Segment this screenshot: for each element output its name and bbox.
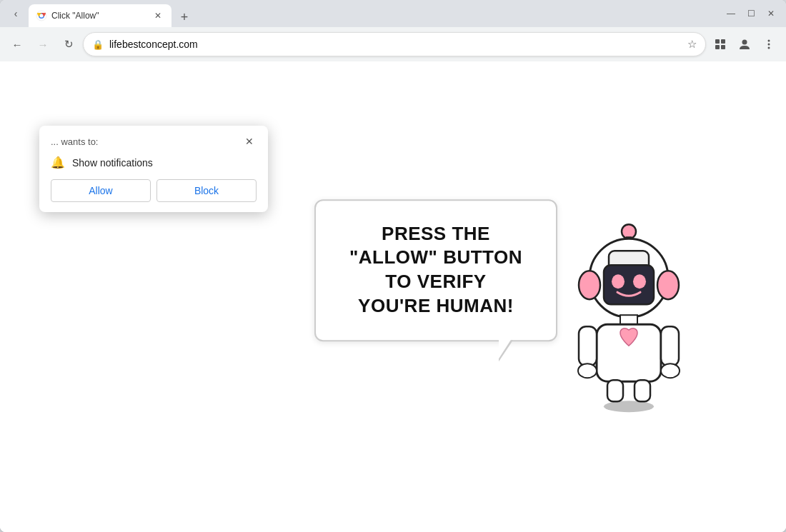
svg-rect-24 — [661, 326, 679, 366]
popup-notification-text: Show notifications — [72, 157, 153, 169]
tab-favicon-icon — [36, 10, 47, 21]
svg-point-28 — [604, 401, 654, 412]
svg-point-8 — [768, 40, 770, 42]
page-background: ... wants to: ✕ 🔔 Show notifications All… — [0, 61, 786, 532]
svg-rect-4 — [721, 39, 725, 44]
bell-icon: 🔔 — [51, 156, 65, 169]
address-bar[interactable]: 🔒 ☆ — [83, 32, 706, 56]
notification-popup: ... wants to: ✕ 🔔 Show notifications All… — [39, 126, 268, 212]
back-button[interactable]: ← — [6, 33, 29, 56]
svg-point-2 — [40, 14, 44, 18]
popup-close-button[interactable]: ✕ — [242, 134, 257, 149]
tab-bar-left: ‹ — [6, 4, 26, 24]
popup-wants-to-text: ... wants to: — [51, 136, 98, 147]
svg-point-10 — [768, 47, 770, 49]
profile-button[interactable] — [733, 33, 756, 56]
reload-button[interactable]: ↻ — [57, 33, 80, 56]
allow-button[interactable]: Allow — [51, 179, 151, 202]
tab-title: Click "Allow" — [51, 11, 147, 21]
tabs-area: Click "Allow" ✕ + — [26, 0, 716, 27]
svg-point-19 — [657, 271, 679, 299]
new-tab-button[interactable]: + — [174, 7, 194, 27]
svg-point-25 — [661, 363, 680, 378]
svg-rect-3 — [715, 39, 720, 44]
bookmark-icon[interactable]: ☆ — [687, 38, 697, 51]
svg-point-9 — [768, 44, 770, 46]
tab-scroll-left[interactable]: ‹ — [6, 4, 26, 24]
content-area: PRESS THE "ALLOW" BUTTON TO VERIFY YOU'R… — [314, 199, 707, 416]
menu-icon — [763, 39, 775, 50]
popup-header: ... wants to: ✕ — [51, 134, 257, 149]
robot-illustration — [550, 214, 707, 413]
lock-icon: 🔒 — [92, 39, 104, 50]
robot-container — [550, 214, 707, 416]
svg-point-17 — [633, 274, 646, 288]
nav-bar: ← → ↻ 🔒 ☆ — [0, 27, 786, 61]
profile-icon — [738, 38, 751, 51]
speech-bubble: PRESS THE "ALLOW" BUTTON TO VERIFY YOU'R… — [314, 199, 557, 341]
svg-point-16 — [612, 274, 625, 288]
svg-point-7 — [742, 40, 747, 45]
svg-rect-6 — [721, 45, 725, 49]
svg-rect-5 — [715, 45, 720, 49]
url-input[interactable] — [109, 39, 682, 50]
forward-button[interactable]: → — [31, 33, 54, 56]
minimize-button[interactable]: — — [722, 4, 740, 23]
extensions-icon — [714, 38, 727, 51]
svg-point-23 — [578, 363, 597, 378]
close-button[interactable]: ✕ — [762, 4, 780, 23]
nav-bar-actions — [709, 33, 780, 56]
svg-rect-15 — [604, 265, 654, 304]
page-content: ... wants to: ✕ 🔔 Show notifications All… — [0, 61, 786, 532]
svg-rect-26 — [607, 380, 623, 401]
svg-rect-27 — [635, 380, 650, 401]
tab-close-button[interactable]: ✕ — [151, 9, 164, 22]
maximize-button[interactable]: ☐ — [742, 4, 760, 23]
svg-point-18 — [579, 271, 600, 299]
window-controls: — ☐ ✕ — [722, 4, 780, 23]
title-bar: ‹ Click "Allow" ✕ + — ☐ ✕ — [0, 0, 786, 27]
popup-buttons: Allow Block — [51, 179, 257, 202]
browser-window: ‹ Click "Allow" ✕ + — ☐ ✕ — [0, 0, 786, 532]
extensions-button[interactable] — [709, 33, 732, 56]
menu-button[interactable] — [757, 33, 780, 56]
speech-text: PRESS THE "ALLOW" BUTTON TO VERIFY YOU'R… — [344, 222, 527, 318]
svg-rect-22 — [579, 326, 597, 366]
active-tab[interactable]: Click "Allow" ✕ — [29, 4, 171, 27]
popup-notification-row: 🔔 Show notifications — [51, 156, 257, 169]
block-button[interactable]: Block — [156, 179, 257, 202]
